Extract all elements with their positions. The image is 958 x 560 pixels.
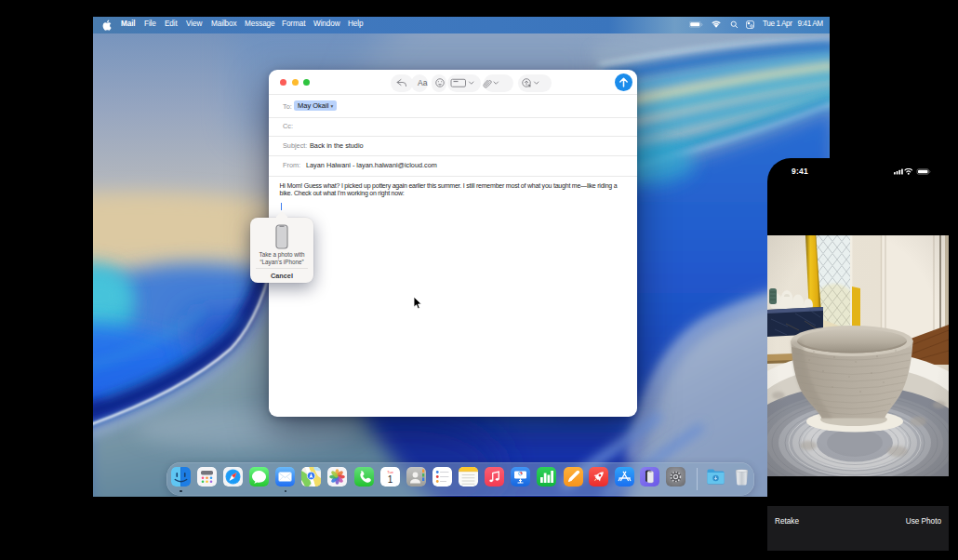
svg-text:1: 1 xyxy=(387,473,393,484)
svg-text:Aa: Aa xyxy=(418,78,428,87)
svg-text:Tue: Tue xyxy=(387,469,394,473)
